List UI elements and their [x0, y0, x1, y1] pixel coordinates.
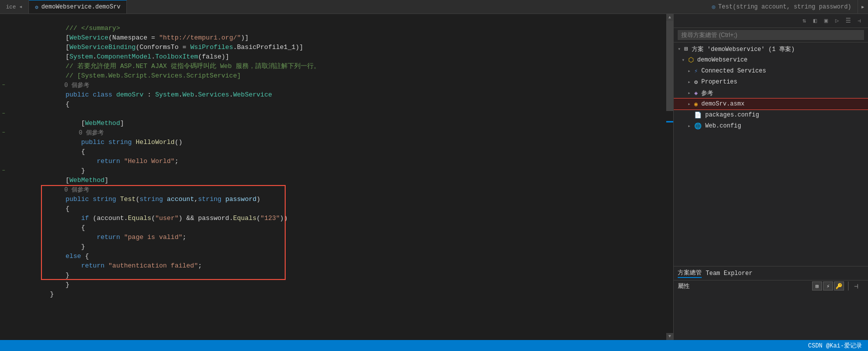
tab-modified-icon: ⚙ — [35, 4, 38, 10]
tab-test-label: Test(string account, string password) — [718, 4, 851, 10]
code-line-14: { — [11, 138, 666, 147]
expand-demosrv-icon: ▸ — [688, 101, 693, 107]
expand-solution-icon: ▾ — [678, 46, 683, 52]
sidebar-bottom-tabs: 方案總管 Team Explorer — [674, 266, 868, 280]
tree-item-references[interactable]: ▸ ◈ 参考 — [674, 88, 868, 98]
scroll-up-btn[interactable]: ▲ — [666, 14, 673, 21]
tab-solution-explorer[interactable]: 方案總管 — [678, 268, 702, 278]
tab-demowebservice[interactable]: ⚙ demoWebservice.demoSrv — [29, 0, 127, 14]
tree-item-connected[interactable]: ▸ ⚡ Connected Services — [674, 66, 868, 76]
references-icon: ◈ — [694, 90, 698, 97]
code-line-19: public string Test(string account,string… — [11, 185, 666, 194]
search-box-container — [674, 28, 868, 42]
prop-btn-list[interactable]: ⚡ — [823, 282, 833, 290]
sidebar-toolbar: ⇅ ◧ ▣ ▷ ☰ ⊣ — [799, 16, 864, 26]
expand-webconfig-icon: ▸ — [688, 123, 693, 129]
sidebar-btn-sync[interactable]: ⇅ — [799, 16, 809, 26]
code-line-5: // 若要允許使用 ASP.NET AJAX 從指令碼呼叫此 Web 服務，請取… — [11, 52, 666, 62]
solution-tree: ▾ ⊞ 方案 'demoWebservice' (1 專案) ▾ ⬡ demoW… — [674, 42, 868, 266]
tab-ice[interactable]: ice ◂ — [0, 0, 29, 14]
references-label: 参考 — [701, 89, 713, 98]
sidebar-btn-collapse[interactable]: ◧ — [810, 16, 820, 26]
tree-item-webconfig[interactable]: ▸ 🌐 Web.config — [674, 120, 868, 132]
expand-references-icon: ▸ — [688, 90, 693, 96]
code-line-8: public class demoSrv : System.Web.Servic… — [11, 80, 666, 90]
solution-label: 方案 'demoWebservice' (1 專案) — [692, 45, 795, 54]
scroll-down-btn[interactable]: ▼ — [666, 333, 673, 340]
code-vscrollbar[interactable]: ▲ ▼ — [666, 14, 673, 340]
tab-test[interactable]: ◎ Test(string account, string password) — [706, 0, 858, 14]
properties-content — [674, 292, 868, 340]
properties-icon: ⚙ — [694, 78, 698, 86]
code-line-12: 0 個參考 — [11, 118, 666, 128]
packages-label: packages.config — [705, 112, 759, 118]
expand-project-icon: ▾ — [682, 57, 687, 63]
code-line-3: [WebServiceBinding(ConformsTo = WsiProfi… — [11, 33, 666, 42]
code-line-20: { — [11, 194, 666, 204]
tree-item-solution[interactable]: ▾ ⊞ 方案 'demoWebservice' (1 專案) — [674, 44, 868, 54]
prop-btn-search[interactable]: 🔑 — [834, 282, 844, 290]
code-line-25: else { — [11, 242, 666, 252]
gutter-icon-4[interactable]: − — [0, 166, 7, 176]
code-line-10 — [11, 100, 666, 109]
code-line-22: { — [11, 214, 666, 223]
tab-scroll-left[interactable]: ◂ — [19, 3, 22, 10]
right-sidebar: ⇅ ◧ ▣ ▷ ☰ ⊣ ▾ ⊞ 方案 'demoWebservice' (1 專… — [673, 14, 868, 340]
webconfig-label: Web.config — [705, 122, 741, 130]
code-line-18: 0 個參考 — [11, 176, 666, 185]
code-line-27: } — [11, 261, 666, 270]
expand-connected-icon: ▸ — [688, 68, 693, 74]
code-line-7: 0 個參考 — [11, 71, 666, 80]
code-line-16: } — [11, 156, 666, 166]
tab-demowebservice-label: demoWebservice.demoSrv — [41, 4, 120, 10]
properties-toolbar: ⊞ ⚡ 🔑 ⊣ — [812, 282, 864, 290]
tree-item-properties[interactable]: ▸ ⚙ Properties — [674, 76, 868, 88]
asmx-icon: ◉ — [694, 100, 698, 108]
sidebar-header: ⇅ ◧ ▣ ▷ ☰ ⊣ — [674, 14, 868, 28]
tree-item-packages[interactable]: ▸ 📄 packages.config — [674, 110, 868, 120]
status-bar: CSDN @Kai-爱记录 — [0, 340, 868, 351]
gutter-icon-2[interactable]: − — [0, 109, 7, 118]
project-label: demoWebservice — [697, 56, 748, 64]
webconfig-icon: 🌐 — [694, 122, 702, 130]
prop-btn-grid[interactable]: ⊞ — [812, 282, 822, 290]
code-line-24: } — [11, 232, 666, 242]
code-line-26: return "authentication failed"; — [11, 252, 666, 261]
gutter-icon-3[interactable]: − — [0, 128, 7, 138]
code-content[interactable]: /// </summary> [WebService(Namespace = "… — [7, 14, 666, 340]
connected-label: Connected Services — [701, 68, 766, 74]
sidebar-btn-new[interactable]: ▣ — [821, 16, 831, 26]
code-line-15: return "Hello World"; — [11, 147, 666, 156]
tab-scroll-right[interactable]: ▸ — [858, 0, 868, 14]
code-line-17: [WebMethod] — [11, 166, 666, 176]
properties-label: Properties — [701, 78, 737, 86]
main-layout: − − − − /// </summary> [WebService(Names… — [0, 14, 868, 340]
project-icon: ⬡ — [688, 56, 694, 64]
scroll-thumb[interactable] — [666, 21, 673, 111]
demosrv-label: demoSrv.asmx — [701, 100, 744, 108]
sidebar-btn-menu[interactable]: ☰ — [843, 16, 853, 26]
code-line-6: // [System.Web.Script.Services.ScriptSer… — [11, 62, 666, 71]
tab-team-explorer[interactable]: Team Explorer — [706, 270, 753, 277]
expand-properties-icon: ▸ — [688, 79, 693, 85]
properties-header: 屬性 ⊞ ⚡ 🔑 ⊣ — [674, 280, 868, 292]
code-line-21: if (account.Equals("user") && password.E… — [11, 204, 666, 214]
code-area: − − − − /// </summary> [WebService(Names… — [0, 14, 673, 340]
code-line-28: } — [11, 270, 666, 280]
code-line-29: } — [11, 280, 666, 290]
connected-icon: ⚡ — [694, 68, 698, 75]
properties-panel: 屬性 ⊞ ⚡ 🔑 ⊣ — [674, 280, 868, 340]
code-line-13: public string HelloWorld() — [11, 128, 666, 138]
scroll-track[interactable] — [666, 21, 673, 333]
gutter-icon-1[interactable]: − — [0, 80, 7, 90]
tree-item-demosrv[interactable]: ▸ ◉ demoSrv.asmx — [674, 98, 868, 110]
sidebar-btn-filter[interactable]: ▷ — [832, 16, 842, 26]
sidebar-btn-pin[interactable]: ⊣ — [854, 16, 864, 26]
code-gutter: − − − − — [0, 14, 7, 340]
packages-icon: 📄 — [694, 112, 702, 119]
prop-pin-btn[interactable]: ⊣ — [854, 282, 864, 290]
tab-test-icon: ◎ — [712, 4, 715, 10]
tree-item-project[interactable]: ▾ ⬡ demoWebservice — [674, 54, 868, 66]
tab-bar: ice ◂ ⚙ demoWebservice.demoSrv ◎ Test(st… — [0, 0, 868, 14]
search-input[interactable] — [678, 30, 864, 40]
